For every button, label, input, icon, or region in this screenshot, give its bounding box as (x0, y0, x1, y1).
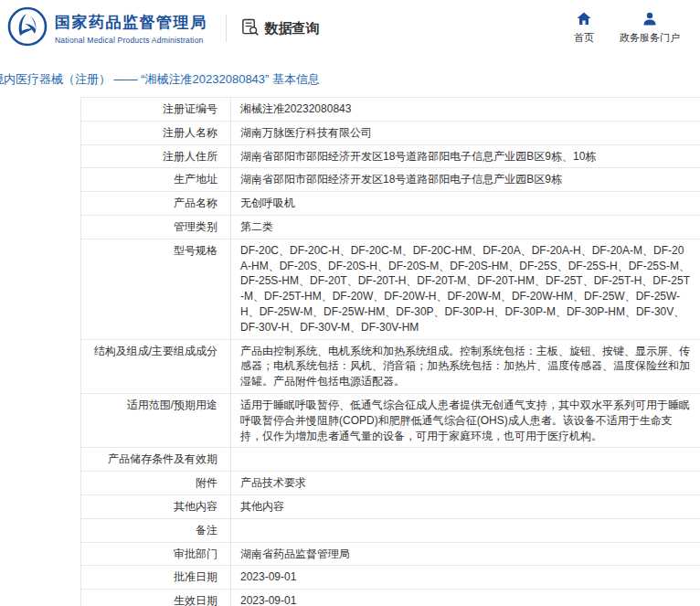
row-value (231, 448, 700, 471)
row-value: 无创呼吸机 (231, 192, 700, 215)
nmpa-logo[interactable]: 国家药品监督管理局 National Medical Products Admi… (7, 6, 207, 50)
user-icon (642, 12, 657, 27)
row-label: 产品储存条件及有效期 (81, 448, 231, 471)
row-value: 湖南省药品监督管理局 (231, 543, 700, 566)
row-value: 湖南省邵阳市邵阳经济开发区18号道路邵阳电子信息产业园B区9栋 (231, 168, 700, 191)
table-row-storage-validity: 产品储存条件及有效期 (81, 448, 700, 472)
row-value: 湘械注准20232080843 (231, 98, 700, 121)
nmpa-emblem-icon (7, 6, 48, 50)
row-label: 注册证编号 (81, 98, 231, 121)
logo-text: 国家药品监督管理局 National Medical Products Admi… (55, 12, 207, 45)
row-value: 产品由控制系统、电机系统和加热系统组成。控制系统包括：主板、旋钮、按键、显示屏、… (231, 340, 700, 393)
nav-portal[interactable]: 政务服务门户 (620, 12, 680, 45)
table-row-attachment: 附件 产品技术要求 (81, 472, 700, 495)
row-value: 湖南省邵阳市邵阳经济开发区18号道路邵阳电子信息产业园B区9栋、10栋 (231, 145, 700, 168)
row-value: 其他内容 (231, 495, 700, 518)
row-label: 备注 (81, 519, 231, 542)
data-query-nav[interactable]: 数据查询 (241, 18, 320, 38)
row-label: 注册人名称 (81, 122, 231, 144)
table-row-registrant-name: 注册人名称 湖南万脉医疗科技有限公司 (81, 122, 700, 145)
table-row-effective-date: 生效日期 2023-09-01 (81, 590, 700, 606)
row-label: 生产地址 (81, 168, 231, 191)
header-divider (226, 15, 227, 42)
row-value: 产品技术要求 (231, 472, 700, 494)
row-label: 产品名称 (81, 192, 231, 215)
table-row-approval-department: 审批部门 湖南省药品监督管理局 (81, 543, 700, 567)
home-icon (577, 12, 591, 27)
breadcrumb: 境内医疗器械（注册） —— “湘械注准20232080843” 基本信息 (0, 71, 700, 88)
row-value: 第二类 (231, 216, 700, 239)
row-value: 2023-09-01 (231, 590, 700, 606)
table-row-structure-composition: 结构及组成/主要组成成分 产品由控制系统、电机系统和加热系统组成。控制系统包括：… (81, 340, 700, 394)
row-label: 审批部门 (81, 543, 231, 566)
row-label: 其他内容 (81, 495, 231, 518)
table-row-management-class: 管理类别 第二类 (81, 216, 700, 239)
site-header: 国家药品监督管理局 National Medical Products Admi… (0, 0, 700, 57)
row-label: 生效日期 (81, 590, 231, 606)
org-name-zh: 国家药品监督管理局 (55, 12, 207, 33)
nav-portal-label: 政务服务门户 (620, 31, 680, 45)
row-value (231, 519, 700, 542)
table-row-other-content: 其他内容 其他内容 (81, 495, 700, 519)
table-row-model-specs: 型号规格 DF-20C、DF-20C-H、DF-20C-M、DF-20C-HM、… (81, 239, 700, 340)
registration-info-table: 注册证编号 湘械注准20232080843 注册人名称 湖南万脉医疗科技有限公司… (80, 97, 700, 606)
row-value: 适用于睡眠呼吸暂停、低通气综合征成人患者提供无创通气支持，其中双水平系列可用于睡… (231, 394, 700, 447)
row-label: 型号规格 (81, 239, 231, 339)
row-value: 湖南万脉医疗科技有限公司 (231, 122, 700, 144)
header-nav: 首页 政务服务门户 (574, 12, 685, 45)
row-label: 管理类别 (81, 216, 231, 239)
data-query-icon (241, 18, 259, 38)
table-row-product-name: 产品名称 无创呼吸机 (81, 192, 700, 216)
table-row-approval-date: 批准日期 2023-09-01 (81, 566, 700, 590)
breadcrumb-text: 境内医疗器械（注册） —— “湘械注准20232080843” 基本信息 (0, 72, 320, 86)
table-row-registrant-address: 注册人住所 湖南省邵阳市邵阳经济开发区18号道路邵阳电子信息产业园B区9栋、10… (81, 145, 700, 169)
row-label: 附件 (81, 472, 231, 494)
row-label: 结构及组成/主要组成成分 (81, 340, 231, 393)
row-label: 注册人住所 (81, 145, 231, 168)
table-row-reg-number: 注册证编号 湘械注准20232080843 (81, 98, 700, 122)
data-query-label: 数据查询 (265, 20, 320, 37)
table-row-remarks: 备注 (81, 519, 700, 543)
row-label: 适用范围/预期用途 (81, 394, 231, 447)
nav-home[interactable]: 首页 (574, 12, 594, 45)
table-row-intended-use: 适用范围/预期用途 适用于睡眠呼吸暂停、低通气综合征成人患者提供无创通气支持，其… (81, 394, 700, 448)
nav-home-label: 首页 (574, 31, 594, 45)
org-name-en: National Medical Products Administration (55, 36, 207, 45)
table-row-production-address: 生产地址 湖南省邵阳市邵阳经济开发区18号道路邵阳电子信息产业园B区9栋 (81, 168, 700, 192)
row-label: 批准日期 (81, 566, 231, 589)
main-content: 注册证编号 湘械注准20232080843 注册人名称 湖南万脉医疗科技有限公司… (0, 97, 700, 606)
row-value: 2023-09-01 (231, 566, 700, 589)
row-value: DF-20C、DF-20C-H、DF-20C-M、DF-20C-HM、DF-20… (231, 239, 700, 339)
